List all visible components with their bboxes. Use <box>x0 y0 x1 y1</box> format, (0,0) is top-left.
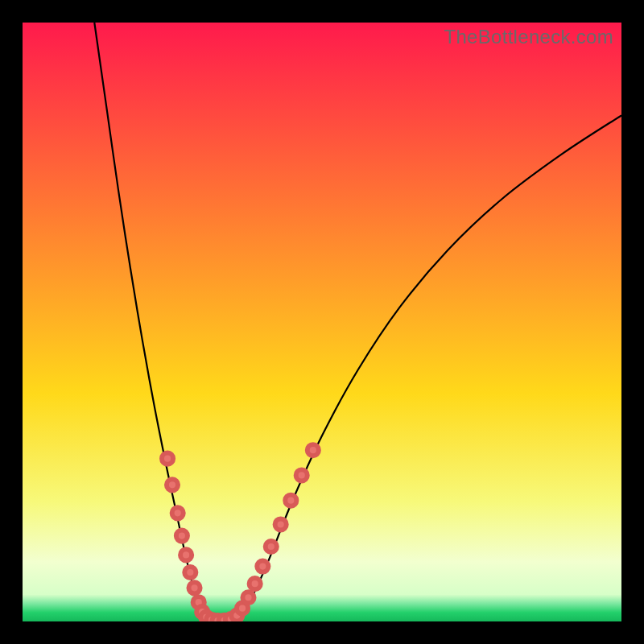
bottleneck-curve <box>23 23 621 621</box>
data-dot <box>266 541 277 552</box>
data-dot <box>250 578 261 589</box>
data-dot <box>296 469 308 481</box>
data-dot <box>167 479 178 490</box>
data-dot <box>257 560 268 572</box>
data-dot <box>275 518 287 530</box>
data-dot <box>162 453 173 464</box>
data-dot <box>180 549 192 560</box>
data-dot <box>242 592 254 603</box>
plot-area: TheBottleneck.com <box>23 23 621 621</box>
curve-path <box>94 23 621 621</box>
data-dot <box>308 444 319 456</box>
outer-frame: TheBottleneck.com <box>0 0 644 644</box>
data-dot <box>285 495 296 506</box>
data-dot <box>176 530 188 542</box>
data-dot <box>184 567 196 578</box>
data-dot <box>188 582 200 593</box>
data-dot <box>172 507 184 518</box>
